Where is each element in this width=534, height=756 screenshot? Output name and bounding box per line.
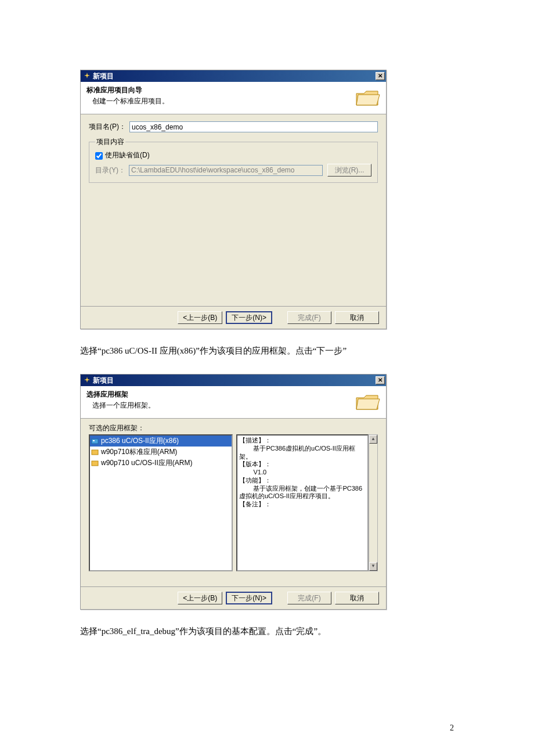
scrollbar[interactable]: ▲ ▼ xyxy=(369,434,378,571)
project-icon xyxy=(91,449,99,456)
next-button[interactable]: 下一步(N)> xyxy=(226,592,272,604)
dialog-title: 新项目 xyxy=(93,71,376,81)
desc-heading: 【备注】： xyxy=(239,501,366,509)
button-bar: <上一步(B) 下一步(N)> 完成(F) 取消 xyxy=(81,306,386,329)
new-project-dialog-2: 新项目 ✕ 选择应用框架 选择一个应用框架。 可选的应用框架： xyxy=(80,374,387,610)
page-number: 2 xyxy=(450,723,454,733)
banner: 选择应用框架 选择一个应用框架。 xyxy=(81,386,386,419)
next-button[interactable]: 下一步(N)> xyxy=(226,311,272,324)
desc-heading: 【功能】： xyxy=(239,477,366,485)
use-default-label: 使用缺省值(D) xyxy=(105,150,150,160)
list-item-label: pc386 uC/OS-II应用(x86) xyxy=(101,436,179,446)
close-button[interactable]: ✕ xyxy=(376,376,385,384)
list-item-label: w90p710 uC/OS-II应用(ARM) xyxy=(101,458,192,468)
new-project-dialog-1: 新项目 ✕ 标准应用项目向导 创建一个标准应用项目。 项目名(P)： 项目内容 xyxy=(80,70,387,329)
desc-line: 基于该应用框架，创建一个基于PC386虚拟机的uC/OS-II应用程序项目。 xyxy=(239,485,366,501)
folder-icon xyxy=(355,87,380,110)
banner-title: 选择应用框架 xyxy=(86,390,380,399)
titlebar: 新项目 ✕ xyxy=(81,70,386,82)
cancel-button[interactable]: 取消 xyxy=(335,311,379,324)
banner-subtitle: 选择一个应用框架。 xyxy=(86,401,380,411)
wizard-icon xyxy=(83,72,91,80)
desc-line: V1.0 xyxy=(239,469,366,477)
project-name-label: 项目名(P)： xyxy=(89,122,126,132)
button-bar: <上一步(B) 下一步(N)> 完成(F) 取消 xyxy=(81,586,386,609)
list-item[interactable]: w90p710标准应用(ARM) xyxy=(90,447,232,458)
svg-rect-1 xyxy=(93,440,95,441)
desc-heading: 【版本】： xyxy=(239,460,366,469)
project-icon xyxy=(91,460,99,467)
cancel-button[interactable]: 取消 xyxy=(335,592,379,604)
back-button[interactable]: <上一步(B) xyxy=(178,592,222,604)
close-button[interactable]: ✕ xyxy=(376,72,385,80)
use-default-checkbox[interactable] xyxy=(95,152,103,160)
project-content-group: 项目内容 使用缺省值(D) 目录(Y)： 浏览(R)... xyxy=(89,137,378,183)
list-item-label: w90p710标准应用(ARM) xyxy=(101,447,177,457)
spacer xyxy=(89,188,378,304)
directory-input xyxy=(129,165,323,176)
scroll-up-icon[interactable]: ▲ xyxy=(369,435,377,444)
list-item[interactable]: w90p710 uC/OS-II应用(ARM) xyxy=(90,458,232,469)
wizard-icon xyxy=(83,376,91,384)
banner-subtitle: 创建一个标准应用项目。 xyxy=(86,96,380,106)
list-item[interactable]: pc386 uC/OS-II应用(x86) xyxy=(90,435,232,447)
svg-rect-3 xyxy=(92,461,98,466)
group-legend: 项目内容 xyxy=(95,137,125,147)
folder-icon xyxy=(355,391,380,414)
desc-line: 基于PC386虚拟机的uC/OS-II应用框架。 xyxy=(239,445,366,461)
browse-button: 浏览(R)... xyxy=(327,164,371,177)
framework-description: 【描述】： 基于PC386虚拟机的uC/OS-II应用框架。 【版本】： V1.… xyxy=(236,434,369,571)
scroll-down-icon[interactable]: ▼ xyxy=(369,562,377,571)
dialog-title: 新项目 xyxy=(93,376,376,386)
framework-list[interactable]: pc386 uC/OS-II应用(x86) w90p710标准应用(ARM) w… xyxy=(89,434,233,571)
finish-button: 完成(F) xyxy=(287,311,331,324)
instruction-text-1: 选择“pc386 uC/OS-II 应用(x86)”作为该项目的应用框架。点击“… xyxy=(80,343,454,359)
back-button[interactable]: <上一步(B) xyxy=(178,311,222,324)
finish-button: 完成(F) xyxy=(287,592,331,604)
desc-heading: 【描述】： xyxy=(239,437,366,445)
instruction-text-2: 选择“pc386_elf_tra_debug”作为该项目的基本配置。点击“完成”… xyxy=(80,624,454,639)
banner: 标准应用项目向导 创建一个标准应用项目。 xyxy=(81,82,386,114)
svg-rect-0 xyxy=(92,439,98,444)
project-name-input[interactable] xyxy=(129,121,378,132)
directory-label: 目录(Y)： xyxy=(95,165,125,175)
banner-title: 标准应用项目向导 xyxy=(86,85,380,95)
dialog-body: 可选的应用框架： pc386 uC/OS-II应用(x86) w90p710标准… xyxy=(81,419,386,586)
dialog-body: 项目名(P)： 项目内容 使用缺省值(D) 目录(Y)： 浏览(R)... xyxy=(81,114,386,306)
svg-rect-2 xyxy=(92,450,98,455)
titlebar: 新项目 ✕ xyxy=(81,375,386,386)
framework-list-label: 可选的应用框架： xyxy=(89,423,378,433)
project-icon xyxy=(91,438,99,445)
